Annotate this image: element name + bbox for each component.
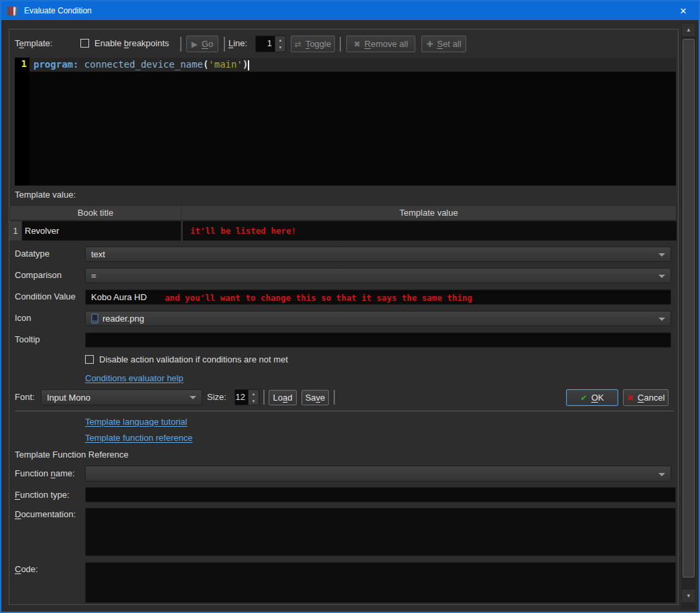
documentation-label: Documentation: <box>15 509 76 519</box>
icon-value: reader.png <box>102 314 144 324</box>
toggle-button[interactable]: ⇄ Toggle <box>291 36 335 52</box>
cancel-button-label: Cancel <box>638 393 664 403</box>
save-button-label: Save <box>305 393 326 403</box>
x-icon: ✖ <box>354 40 360 49</box>
template-function-reference-link[interactable]: Template function reference <box>85 433 192 443</box>
code-identifier: connected_device_name <box>78 59 202 70</box>
size-label: Size: <box>207 392 226 402</box>
tooltip-label: Tooltip <box>15 334 40 344</box>
code-textarea[interactable] <box>85 562 676 603</box>
book-title-cell: Revolver <box>22 221 181 241</box>
spin-down-icon[interactable]: ▼ <box>249 397 259 405</box>
play-icon: ▶ <box>192 40 198 49</box>
separator <box>224 37 225 52</box>
cancel-button[interactable]: ✖ Cancel <box>623 389 669 406</box>
comparison-dropdown[interactable]: = <box>85 268 671 283</box>
column-header-template-value: Template value <box>182 206 676 220</box>
horizontal-divider <box>15 411 674 411</box>
function-type-input[interactable] <box>85 487 676 502</box>
font-dropdown[interactable]: Input Mono <box>41 389 202 405</box>
size-spinner[interactable]: 12 ▲ ▼ <box>234 389 259 405</box>
calibre-logo-icon <box>7 5 19 16</box>
line-spinner-value: 1 <box>256 36 275 52</box>
save-button[interactable]: Save <box>301 390 329 405</box>
window-title: Evaluate Condition <box>24 6 92 15</box>
plus-icon: ✚ <box>426 40 433 49</box>
documentation-textarea[interactable] <box>85 508 676 556</box>
ok-button[interactable]: ✔ OK <box>566 389 618 406</box>
disable-validation-checkbox[interactable] <box>85 355 94 364</box>
chevron-down-icon <box>190 396 196 399</box>
swap-icon: ⇄ <box>295 40 301 49</box>
chevron-down-icon <box>658 473 665 476</box>
template-code-editor[interactable]: 1 program: connected_device_name('main') <box>15 58 676 186</box>
condition-value-label: Condition Value <box>15 291 76 301</box>
spin-up-icon[interactable]: ▲ <box>249 390 259 397</box>
template-label: Template: <box>15 38 52 48</box>
template-value-table: Book title Template value 1 Revolver it'… <box>9 205 677 241</box>
template-value-label: Template value: <box>15 190 76 200</box>
spin-down-icon[interactable]: ▼ <box>275 44 285 52</box>
remove-all-button[interactable]: ✖ Remove all <box>346 36 415 52</box>
datatype-dropdown[interactable]: text <box>85 247 671 262</box>
font-value: Input Mono <box>47 393 90 403</box>
enable-breakpoints-checkbox[interactable] <box>80 39 89 48</box>
function-type-label: Function type: <box>15 490 70 500</box>
editor-gutter: 1 <box>15 58 29 186</box>
chevron-down-icon <box>658 275 665 278</box>
code-label: Code: <box>15 564 38 574</box>
line-spinner[interactable]: 1 ▲ ▼ <box>255 36 286 52</box>
separator <box>180 37 182 52</box>
separator <box>263 390 265 405</box>
chevron-down-icon <box>658 318 665 321</box>
icon-label: Icon <box>15 313 31 323</box>
go-button[interactable]: ▶ Go <box>186 36 218 52</box>
code-string: 'main' <box>208 59 242 70</box>
annotation-text: it'll be listed here! <box>190 226 296 236</box>
conditions-evaluator-help-link[interactable]: Conditions evaluator help <box>85 373 184 383</box>
scroll-down-button[interactable]: ▼ <box>682 590 695 602</box>
go-button-label: Go <box>202 39 213 49</box>
ok-button-label: OK <box>591 393 604 403</box>
scroll-up-icon: ▲ <box>686 27 691 33</box>
evaluate-condition-dialog: Evaluate Condition ✕ Template: Enable br… <box>0 0 700 613</box>
close-icon: ✕ <box>680 6 687 16</box>
font-label: Font: <box>15 392 35 402</box>
load-button[interactable]: Load <box>269 390 297 405</box>
code-line: program: connected_device_name('main') <box>29 58 676 72</box>
table-header: Book title Template value <box>9 205 677 220</box>
column-header-book-title: Book title <box>10 206 182 220</box>
function-name-label: Function name: <box>15 468 75 478</box>
row-number: 1 <box>9 221 21 241</box>
reference-section-title: Template Function Reference <box>15 450 129 460</box>
size-spinner-value: 12 <box>235 390 248 405</box>
condition-value-text: Kobo Aura HD <box>91 292 147 302</box>
code-keyword: program: <box>33 59 78 70</box>
line-number: 1 <box>15 58 29 69</box>
titlebar: Evaluate Condition ✕ <box>1 1 699 20</box>
disable-validation-label: Disable action validation if conditions … <box>99 354 288 364</box>
scroll-down-icon: ▼ <box>686 593 691 599</box>
chevron-down-icon <box>658 253 665 257</box>
condition-value-input[interactable]: Kobo Aura HD and you'll want to change t… <box>85 289 671 305</box>
line-label: Line: <box>228 38 247 48</box>
set-all-button[interactable]: ✚ Set all <box>421 36 466 52</box>
scroll-up-button[interactable]: ▲ <box>682 23 695 36</box>
spin-up-icon[interactable]: ▲ <box>275 36 285 44</box>
separator <box>340 37 341 52</box>
icon-dropdown[interactable]: reader.png <box>85 311 671 326</box>
check-icon: ✔ <box>581 393 587 403</box>
annotation-text: and you'll want to change this so that i… <box>165 293 472 303</box>
close-button[interactable]: ✕ <box>668 1 699 20</box>
separator <box>334 390 335 405</box>
reader-icon <box>91 314 98 324</box>
comparison-value: = <box>91 271 96 281</box>
function-name-dropdown[interactable] <box>85 466 671 482</box>
vertical-scrollbar[interactable]: ▲ ▼ <box>681 23 696 609</box>
template-value-cell: it'll be listed here! <box>183 221 677 241</box>
table-row[interactable]: 1 Revolver it'll be listed here! <box>9 221 677 241</box>
tooltip-input[interactable] <box>85 332 671 348</box>
scrollbar-thumb[interactable] <box>683 39 695 577</box>
template-language-tutorial-link[interactable]: Template language tutorial <box>85 417 188 427</box>
datatype-label: Datatype <box>15 249 50 259</box>
